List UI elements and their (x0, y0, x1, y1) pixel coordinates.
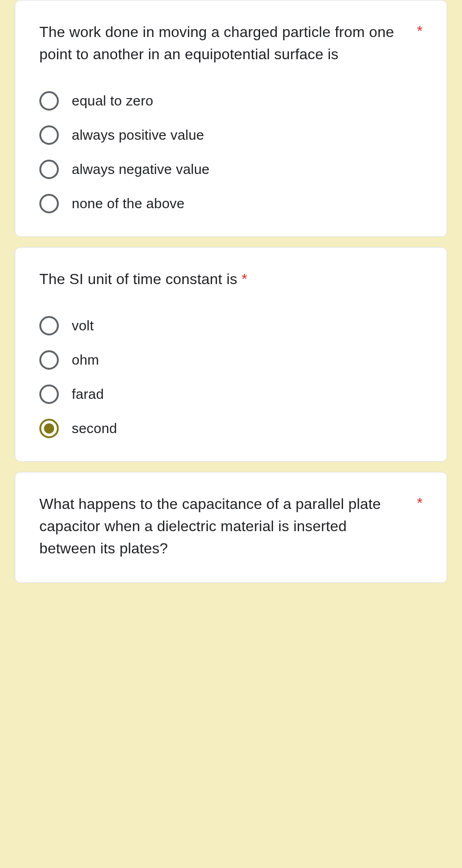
question-card-3: What happens to the capacitance of a par… (15, 472, 447, 583)
radio-icon (39, 125, 59, 145)
question-header: The work done in moving a charged partic… (39, 21, 423, 65)
radio-option[interactable]: second (39, 419, 423, 438)
radio-icon-selected (39, 419, 59, 438)
option-label: equal to zero (72, 93, 153, 109)
radio-icon (39, 160, 59, 179)
radio-icon (39, 91, 59, 111)
required-asterisk: * (417, 496, 423, 510)
radio-option[interactable]: equal to zero (39, 91, 423, 111)
options-list: volt ohm farad second (39, 316, 423, 438)
question-text: What happens to the capacitance of a par… (39, 493, 408, 559)
question-text-content: The SI unit of time constant is (39, 271, 237, 287)
required-asterisk-inline: * (242, 271, 248, 287)
question-text: The SI unit of time constant is * (39, 268, 423, 290)
option-label: ohm (72, 352, 99, 368)
radio-option[interactable]: ohm (39, 350, 423, 370)
question-card-2: The SI unit of time constant is * volt o… (15, 247, 447, 462)
radio-option[interactable]: volt (39, 316, 423, 335)
option-label: volt (72, 318, 94, 334)
option-label: none of the above (72, 196, 185, 211)
question-card-1: The work done in moving a charged partic… (15, 0, 447, 237)
radio-icon (39, 316, 59, 335)
options-list: equal to zero always positive value alwa… (39, 91, 423, 213)
option-label: always negative value (72, 161, 210, 177)
question-header: What happens to the capacitance of a par… (39, 493, 423, 559)
question-text: The work done in moving a charged partic… (39, 21, 408, 65)
required-asterisk: * (417, 24, 423, 38)
radio-option[interactable]: farad (39, 384, 423, 404)
option-label: second (72, 421, 117, 436)
radio-option[interactable]: always negative value (39, 160, 423, 179)
radio-icon (39, 384, 59, 404)
option-label: always positive value (72, 127, 204, 143)
radio-icon (39, 350, 59, 370)
question-header: The SI unit of time constant is * (39, 268, 423, 290)
option-label: farad (72, 386, 104, 402)
radio-icon (39, 194, 59, 213)
radio-option[interactable]: always positive value (39, 125, 423, 145)
radio-option[interactable]: none of the above (39, 194, 423, 213)
